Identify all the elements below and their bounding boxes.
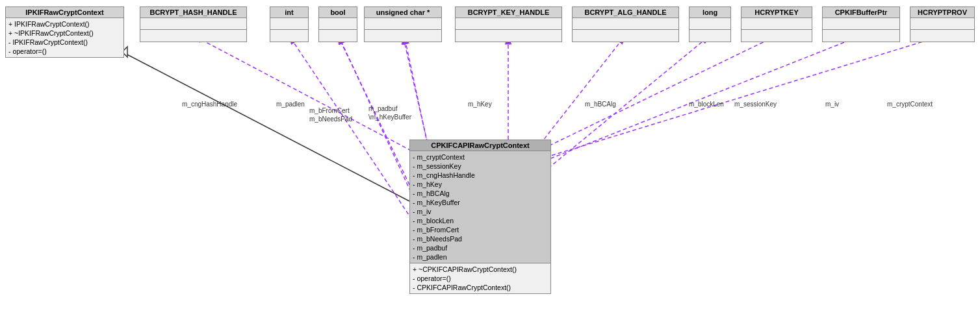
ipkif-m4: - operator=() (8, 47, 121, 56)
bcrypt-hash-s2 (140, 30, 246, 42)
ipkif-m3: - IPKIFRawCryptContext() (8, 38, 121, 47)
diagram-container: IPKIFRawCryptContext + IPKIFRawCryptCont… (0, 0, 980, 329)
int-s1 (270, 18, 308, 30)
ipkif-methods: + IPKIFRawCryptContext() + ~IPKIFRawCryp… (6, 18, 123, 57)
bcrypt-key-s2 (456, 30, 561, 42)
bool-s1 (319, 18, 357, 30)
cpkif-buf-box: CPKIFBufferPtr (822, 6, 900, 42)
main-a12: - m_padlen (413, 252, 548, 262)
uchar-s2 (365, 30, 441, 42)
uchar-s1 (365, 18, 441, 30)
svg-line-13 (508, 36, 942, 169)
cpkif-buf-s2 (823, 30, 899, 42)
main-attrs: - m_cryptContext - m_sessionKey - m_cngH… (410, 151, 550, 263)
label-hKeyBuffer: \m_hKeyBuffer (368, 114, 411, 121)
main-methods: + ~CPKIFCAPIRawCryptContext() - operator… (410, 263, 550, 293)
int-title: int (270, 7, 308, 18)
hcryptprov-title: HCRYPTPROV (910, 7, 974, 18)
long-s1 (690, 18, 730, 30)
label-bNeedsPad: m_bNeedsPad (309, 116, 352, 123)
bcrypt-hash-title: BCRYPT_HASH_HANDLE (140, 7, 246, 18)
label-sessionKey: m_sessionKey (734, 101, 777, 108)
main-a3: - m_cngHashHandle (413, 171, 548, 180)
main-m3: - CPKIFCAPIRawCryptContext() (413, 283, 548, 292)
label-padbuf: m_padbuf (368, 105, 397, 112)
main-box: CPKIFCAPIRawCryptContext - m_cryptContex… (409, 140, 551, 294)
bcrypt-alg-box: BCRYPT_ALG_HANDLE (572, 6, 679, 42)
bool-box: bool (318, 6, 357, 42)
label-blockLen: m_blockLen (689, 101, 724, 108)
int-box: int (270, 6, 309, 42)
cpkif-buf-title: CPKIFBufferPtr (823, 7, 899, 18)
main-a9: - m_bFromCert (413, 225, 548, 234)
label-hBCAlg: m_hBCAlg (585, 101, 616, 108)
svg-line-0 (122, 52, 409, 201)
bcrypt-alg-s2 (573, 30, 678, 42)
label-cngHashHandle: m_cngHashHandle (182, 101, 237, 108)
bcrypt-alg-title: BCRYPT_ALG_HANDLE (573, 7, 678, 18)
main-a10: - m_bNeedsPad (413, 234, 548, 243)
label-padlen: m_padlen (276, 101, 305, 108)
uchar-box: unsigned char * (364, 6, 442, 42)
bcrypt-alg-s1 (573, 18, 678, 30)
main-a8: - m_blockLen (413, 216, 548, 225)
hcryptprov-s2 (910, 30, 974, 42)
bool-title: bool (319, 7, 357, 18)
bool-s2 (319, 30, 357, 42)
int-s2 (270, 30, 308, 42)
main-m1: + ~CPKIFCAPIRawCryptContext() (413, 265, 548, 274)
main-a7: - m_iv (413, 207, 548, 216)
ipkif-m1: + IPKIFRawCryptContext() (8, 19, 121, 29)
main-a5: - m_hBCAlg (413, 189, 548, 198)
main-m2: - operator=() (413, 274, 548, 283)
hcryptkey-box: HCRYPTKEY (741, 6, 812, 42)
bcrypt-hash-box: BCRYPT_HASH_HANDLE (140, 6, 247, 42)
label-bFromCert: m_bFromCert (309, 107, 350, 114)
main-a4: - m_hKey (413, 180, 548, 189)
long-box: long (689, 6, 731, 42)
main-title: CPKIFCAPIRawCryptContext (410, 140, 550, 151)
bcrypt-key-s1 (456, 18, 561, 30)
main-a2: - m_sessionKey (413, 162, 548, 171)
cpkif-buf-s1 (823, 18, 899, 30)
main-a1: - m_cryptContext (413, 152, 548, 162)
hcryptprov-box: HCRYPTPROV (910, 6, 975, 42)
bcrypt-key-title: BCRYPT_KEY_HANDLE (456, 7, 561, 18)
main-a6: - m_hKeyBuffer (413, 198, 548, 207)
hcryptkey-title: HCRYPTKEY (741, 7, 812, 18)
hcryptprov-s1 (910, 18, 974, 30)
long-s2 (690, 30, 730, 42)
ipkif-m2: + ~IPKIFRawCryptContext() (8, 29, 121, 38)
bcrypt-key-box: BCRYPT_KEY_HANDLE (455, 6, 562, 42)
hcryptkey-s1 (741, 18, 812, 30)
ipkif-box: IPKIFRawCryptContext + IPKIFRawCryptCont… (5, 6, 124, 58)
main-a11: - m_padbuf (413, 243, 548, 252)
bcrypt-hash-s1 (140, 18, 246, 30)
svg-line-12 (508, 36, 861, 175)
uchar-title: unsigned char * (365, 7, 441, 18)
hcryptkey-s2 (741, 30, 812, 42)
label-hKey: m_hKey (468, 101, 492, 108)
label-iv: m_iv (825, 101, 839, 108)
label-cryptContext: m_cryptContext (887, 101, 933, 108)
long-title: long (690, 7, 730, 18)
ipkif-title: IPKIFRawCryptContext (6, 7, 123, 18)
